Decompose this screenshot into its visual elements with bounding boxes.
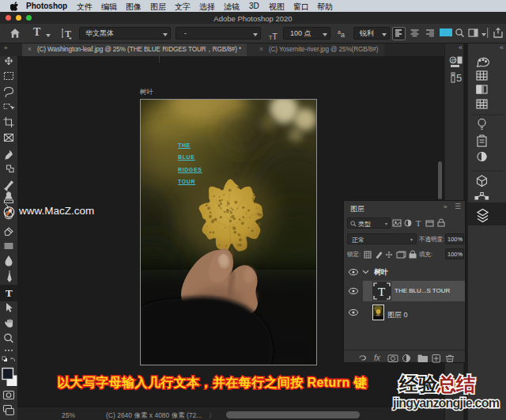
svg-text:以大写字母输入几行文本，并在每行之间按 Return 键: 以大写字母输入几行文本，并在每行之间按 Return 键 [57,375,367,389]
svg-text:T: T [416,219,421,228]
svg-text:jingyanzongjie.com: jingyanzongjie.com [392,396,500,410]
svg-text:T: T [65,28,71,40]
svg-text:5: 5 [456,72,462,84]
svg-text:经验: 经验 [398,373,438,395]
svg-text:T: T [378,286,385,298]
svg-text:fx: fx [374,354,381,362]
svg-text:T: T [6,287,13,299]
svg-text:@: @ [451,58,456,63]
svg-text:总结: 总结 [436,373,475,395]
